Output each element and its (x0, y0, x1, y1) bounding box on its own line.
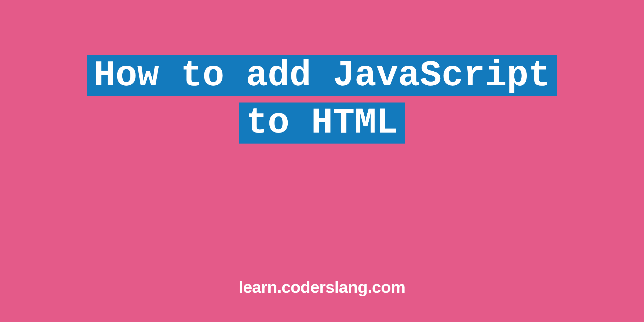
title-block: How to add JavaScript to HTML (87, 52, 557, 147)
footer-domain: learn.coderslang.com (239, 277, 405, 297)
title-line-1: How to add JavaScript (87, 55, 557, 96)
title-line-2: to HTML (239, 103, 405, 144)
